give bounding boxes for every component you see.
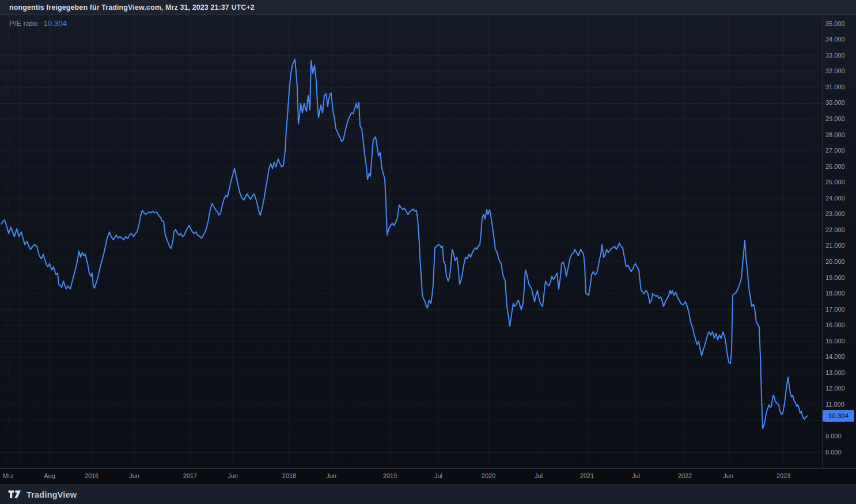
time-axis-label: Jul <box>535 472 543 479</box>
price-axis-label: 15.000 <box>825 338 845 344</box>
series-title: P/E ratio <box>9 19 38 28</box>
time-axis-label: 2016 <box>85 472 99 479</box>
price-axis-label: 23.000 <box>825 210 845 217</box>
tradingview-logo-icon[interactable] <box>8 490 21 499</box>
time-axis-label: Jul <box>632 472 640 479</box>
price-axis-label: 17.000 <box>825 306 845 313</box>
price-axis-label: 21.000 <box>825 242 845 249</box>
tradingview-chart-window: nongentis freigegeben für TradingView.co… <box>0 0 856 504</box>
chart-pane[interactable] <box>0 0 856 504</box>
price-axis-label: 30.000 <box>825 99 845 106</box>
price-axis-label: 31.000 <box>825 84 845 90</box>
time-axis-label: 2018 <box>282 472 296 479</box>
time-axis-label: Jun <box>723 472 733 479</box>
time-axis-label: 2022 <box>678 472 692 479</box>
price-axis-label: 28.000 <box>825 131 845 138</box>
price-axis-label: 32.000 <box>825 67 845 74</box>
price-axis-label: 25.000 <box>825 179 845 185</box>
price-axis-label: 8.000 <box>825 449 842 456</box>
time-axis-label: Aug <box>44 472 55 479</box>
time-axis-label: Mrz <box>3 472 13 479</box>
price-axis-label: 12.000 <box>825 385 845 392</box>
price-axis-label: 16.000 <box>825 321 845 328</box>
time-axis-label: 2017 <box>183 472 197 479</box>
time-axis-label: 2019 <box>383 472 397 479</box>
last-price-label: 10.304 <box>823 410 854 422</box>
price-axis-label: 20.000 <box>825 258 845 265</box>
time-axis-label: Jun <box>326 472 336 479</box>
price-axis-label: 18.000 <box>825 290 845 297</box>
series-legend[interactable]: P/E ratio 10.304 <box>9 19 67 28</box>
series-last-value: 10.304 <box>44 19 67 28</box>
price-axis-label: 19.000 <box>825 274 845 281</box>
price-axis-label: 24.000 <box>825 195 845 202</box>
time-axis-label: 2023 <box>777 472 790 479</box>
price-axis-label: 13.000 <box>825 369 845 376</box>
price-axis-label: 14.000 <box>825 353 845 360</box>
time-axis-label: Jun <box>129 472 139 479</box>
time-axis-label: 2021 <box>580 472 594 479</box>
tradingview-brand-text[interactable]: TradingView <box>26 490 77 499</box>
price-axis-label: 35.000 <box>825 20 845 27</box>
time-axis-label: 2020 <box>482 472 495 479</box>
bottom-brand-bar: TradingView <box>0 484 856 504</box>
price-axis-label: 29.000 <box>825 115 845 122</box>
price-axis-label: 9.000 <box>825 433 842 439</box>
time-axis-label: Jun <box>228 472 238 479</box>
price-axis-label: 22.000 <box>825 226 845 233</box>
price-axis-label: 33.000 <box>825 52 845 59</box>
price-axis-label: 11.000 <box>825 401 844 408</box>
price-axis-label: 26.000 <box>825 163 845 170</box>
price-axis-label: 34.000 <box>825 36 845 43</box>
price-axis-label: 27.000 <box>825 147 845 154</box>
time-axis-label: Jul <box>434 472 442 479</box>
